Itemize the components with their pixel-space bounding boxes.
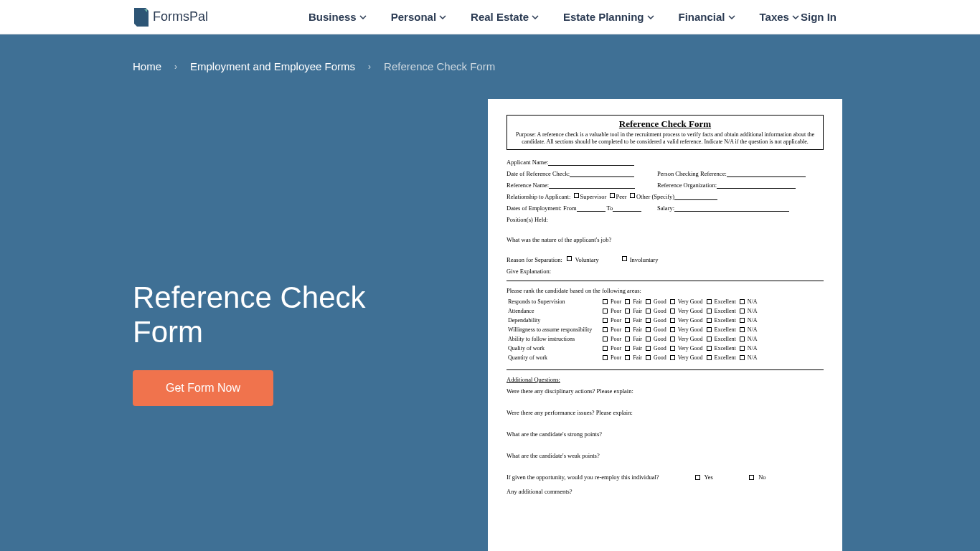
document-preview[interactable]: Reference Check Form Purpose: A referenc… xyxy=(488,99,842,551)
breadcrumb-sep: › xyxy=(174,62,177,72)
doc-opt: Peer xyxy=(616,193,627,200)
doc-divider xyxy=(507,369,824,370)
doc-field: Person Checking Reference: xyxy=(657,170,727,177)
doc-aq: What are the candidate's strong points? xyxy=(507,430,824,438)
breadcrumb-home[interactable]: Home xyxy=(133,60,161,72)
logo-icon xyxy=(133,8,149,27)
nav-label: Taxes xyxy=(760,11,789,23)
breadcrumb-sep: › xyxy=(368,62,371,72)
doc-field: To xyxy=(607,204,613,212)
nav-label: Business xyxy=(308,11,357,23)
logo-text: FormsPal xyxy=(153,9,208,24)
signin-link[interactable]: Sign In xyxy=(801,11,837,23)
chevron-down-icon xyxy=(439,15,446,19)
doc-aq: What are the candidate's weak points? xyxy=(507,452,824,459)
doc-opt: Involuntary xyxy=(630,256,659,263)
page-title: Reference Check Form xyxy=(133,281,405,350)
doc-opt: No xyxy=(758,474,765,481)
doc-field: Salary: xyxy=(657,204,674,212)
doc-opt: Voluntary xyxy=(575,256,598,263)
nav-business[interactable]: Business xyxy=(308,11,367,23)
breadcrumb-category[interactable]: Employment and Employee Forms xyxy=(190,60,355,72)
doc-field: Reason for Separation: xyxy=(507,256,562,263)
doc-field: Position(s) Held: xyxy=(507,216,548,223)
doc-body: Applicant Name: Date of Reference Check:… xyxy=(507,159,824,495)
doc-field: Relationship to Applicant: xyxy=(507,193,570,200)
nav-realestate[interactable]: Real Estate xyxy=(471,11,539,23)
nav-financial[interactable]: Financial xyxy=(679,11,735,23)
doc-comments: Any additional comments? xyxy=(507,488,573,495)
doc-opt: Supervisor xyxy=(580,193,607,200)
nav-taxes[interactable]: Taxes xyxy=(760,11,799,23)
get-form-button[interactable]: Get Form Now xyxy=(133,370,273,406)
nav-label: Personal xyxy=(391,11,436,23)
doc-field: Date of Reference Check: xyxy=(507,170,570,177)
doc-field: Reference Organization: xyxy=(657,182,717,189)
nav-items: Business Personal Real Estate Estate Pla… xyxy=(308,11,799,23)
doc-purpose: Purpose: A reference check is a valuable… xyxy=(513,131,817,146)
breadcrumb-current: Reference Check Form xyxy=(384,60,495,72)
chevron-down-icon xyxy=(359,15,367,19)
chevron-down-icon xyxy=(532,15,539,19)
doc-aq: Were there any disciplinary actions? Ple… xyxy=(507,387,824,395)
doc-field: Dates of Employment: From xyxy=(507,204,577,212)
doc-aq: Were there any performance issues? Pleas… xyxy=(507,409,824,416)
nav-estateplanning[interactable]: Estate Planning xyxy=(563,11,654,23)
doc-aq-title: Additional Questions: xyxy=(507,376,824,383)
chevron-down-icon xyxy=(792,15,799,19)
nav-label: Financial xyxy=(679,11,725,23)
top-nav: FormsPal Business Personal Real Estate E… xyxy=(0,0,980,34)
nav-label: Real Estate xyxy=(471,11,529,23)
doc-field: Reference Name: xyxy=(507,182,549,189)
chevron-down-icon xyxy=(728,15,735,19)
doc-reemploy: If given the opportunity, would you re-e… xyxy=(507,474,659,481)
doc-opt: Other (Specify) xyxy=(636,193,674,200)
doc-field: Give Explanation: xyxy=(507,268,551,275)
doc-title: Reference Check Form xyxy=(513,118,817,130)
doc-field: Applicant Name: xyxy=(507,159,548,166)
doc-rank-header: Please rank the candidate based on the f… xyxy=(507,287,824,294)
breadcrumb: Home › Employment and Employee Forms › R… xyxy=(133,60,980,72)
doc-field: What was the nature of the applicant's j… xyxy=(507,236,611,243)
doc-header-box: Reference Check Form Purpose: A referenc… xyxy=(507,115,824,150)
nav-label: Estate Planning xyxy=(563,11,644,23)
logo[interactable]: FormsPal xyxy=(133,8,208,27)
chevron-down-icon xyxy=(647,15,654,19)
doc-divider xyxy=(507,281,824,281)
doc-opt: Yes xyxy=(705,474,713,481)
doc-rank-table: Responds to Supervision Poor Fair Good V… xyxy=(507,297,761,364)
hero: Home › Employment and Employee Forms › R… xyxy=(0,34,980,551)
nav-personal[interactable]: Personal xyxy=(391,11,446,23)
